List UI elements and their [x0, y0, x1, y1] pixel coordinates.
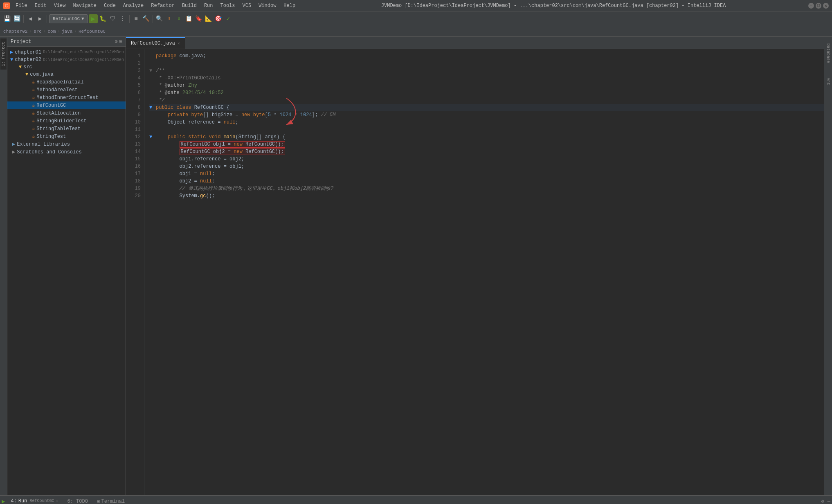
- update-button[interactable]: ⬇: [175, 14, 184, 23]
- search-button[interactable]: 🔍: [155, 14, 164, 23]
- menu-run[interactable]: Run: [201, 2, 216, 9]
- tree-item-methodinner[interactable]: ☕ MethodInnerStructTest: [7, 94, 126, 101]
- back-button[interactable]: ◀: [26, 14, 35, 23]
- more-run-button[interactable]: ⋮: [118, 14, 127, 23]
- vcs-button[interactable]: ⬆: [165, 14, 174, 23]
- breadcrumb-chapter02[interactable]: chapter02: [3, 29, 27, 34]
- menu-build[interactable]: Build: [179, 2, 200, 9]
- editor-tab-refcountgc[interactable]: RefCountGC.java ✕: [126, 37, 185, 49]
- menu-view[interactable]: View: [51, 2, 69, 9]
- menu-code[interactable]: Code: [101, 2, 119, 9]
- code-line-5: * @author Zhy: [149, 82, 824, 89]
- maximize-button[interactable]: □: [816, 3, 821, 9]
- tree-item-chapter02[interactable]: ▼ chapter02 D:\IdeaProject\IdeaProject\J…: [7, 56, 126, 63]
- code-line-6: * @date 2021/5/4 10:52: [149, 89, 824, 97]
- stop-button[interactable]: ■: [132, 14, 141, 23]
- menu-edit[interactable]: Edit: [31, 2, 50, 9]
- minimize-button[interactable]: ─: [808, 3, 814, 9]
- java-icon-heapspace: ☕: [32, 79, 35, 85]
- tree-item-chapter01[interactable]: ▶ chapter01 D:\IdeaProject\IdeaProject\J…: [7, 48, 126, 56]
- ant-tab[interactable]: Ant: [825, 74, 831, 88]
- menu-tools[interactable]: Tools: [217, 2, 238, 9]
- terminal-icon: ▣: [97, 499, 100, 504]
- menu-file[interactable]: File: [12, 2, 31, 9]
- code-editor[interactable]: 1 2 3 4 5 6 7 8 9 10 11 12 13 14 15 16 1…: [126, 49, 824, 495]
- expand-icon[interactable]: ⊞: [119, 38, 122, 45]
- code-line-2: [149, 60, 824, 67]
- tree-item-stackalloc[interactable]: ☕ StackAllocation: [7, 109, 126, 117]
- terminal-tab[interactable]: ▣ Terminal: [93, 496, 129, 504]
- folder-icon-comjava: ▼: [25, 72, 28, 77]
- fold-arrow-1[interactable]: [149, 52, 156, 60]
- java-icon-stringtest: ☕: [32, 133, 35, 140]
- tree-label-chapter01: chapter01: [15, 50, 41, 55]
- tab-close-icon[interactable]: ✕: [178, 41, 180, 46]
- bookmark-button[interactable]: 🔖: [194, 14, 203, 23]
- tree-item-stringtable[interactable]: ☕ StringTableTest: [7, 125, 126, 133]
- tree-item-methodarea[interactable]: ☕ MethodAreaTest: [7, 86, 126, 94]
- tree-label-src: src: [23, 64, 124, 70]
- tree-item-heapspace[interactable]: ☕ HeapSpaceInitial: [7, 78, 126, 86]
- success-button[interactable]: ✓: [224, 14, 233, 23]
- breadcrumb-src[interactable]: src: [34, 29, 42, 34]
- tree-label-scratches: Scratches and Consoles: [17, 149, 124, 155]
- target-button[interactable]: 🎯: [214, 14, 223, 23]
- main-layout: 1: Project Project ⚙ ⊞ ▶ chapter01 D:\Id…: [0, 37, 832, 495]
- forward-button[interactable]: ▶: [36, 14, 45, 23]
- run-config-dropdown[interactable]: RefCountGC ▼: [49, 14, 88, 23]
- tree-item-extlibs[interactable]: ▶ External Libraries: [7, 140, 126, 148]
- breadcrumb-java[interactable]: java: [62, 29, 72, 34]
- run-tab[interactable]: 4: Run RefCountGC ✕: [7, 496, 62, 504]
- line-num-12: 12: [126, 133, 144, 141]
- menu-vcs[interactable]: VCS: [239, 2, 255, 9]
- fold-arrow-3[interactable]: ▼: [149, 67, 156, 74]
- todo-tab[interactable]: 6: TODO: [63, 496, 92, 504]
- line-numbers: 1 2 3 4 5 6 7 8 9 10 11 12 13 14 15 16 1…: [126, 49, 144, 495]
- debug-button[interactable]: 🐛: [99, 14, 108, 23]
- bottom-minimize-icon[interactable]: ─: [828, 499, 830, 504]
- fold-arrow-12[interactable]: ▼: [149, 133, 156, 141]
- menu-bar: File Edit View Navigate Code Analyze Ref…: [12, 2, 299, 9]
- tree-item-stringbuilder[interactable]: ☕ StringBuilderTest: [7, 117, 126, 125]
- run-tab-close[interactable]: ✕: [56, 499, 58, 504]
- gear-icon[interactable]: ⚙: [115, 38, 118, 45]
- code-line-15: obj1.reference = obj2;: [149, 155, 824, 163]
- code-line-16: obj2.reference = obj1;: [149, 163, 824, 170]
- menu-navigate[interactable]: Navigate: [70, 2, 100, 9]
- save-all-button[interactable]: 💾: [2, 14, 11, 23]
- synchronize-button[interactable]: 🔄: [12, 14, 21, 23]
- build-button[interactable]: 🔨: [142, 14, 151, 23]
- database-tab[interactable]: Database: [825, 40, 831, 66]
- breadcrumb-file[interactable]: RefCountGC: [79, 29, 106, 34]
- menu-refactor[interactable]: Refactor: [148, 2, 178, 9]
- tree-label-heapspace: HeapSpaceInitial: [36, 79, 124, 85]
- java-icon-stackalloc: ☕: [32, 110, 35, 116]
- close-button[interactable]: ✕: [823, 3, 829, 9]
- bottom-gear-icon[interactable]: ⚙: [821, 498, 824, 504]
- tree-item-src[interactable]: ▼ src: [7, 63, 126, 71]
- history-button[interactable]: 📋: [184, 14, 193, 23]
- java-icon-stringbuilder: ☕: [32, 118, 35, 124]
- breadcrumb-com[interactable]: com: [47, 29, 56, 34]
- app-icon: ⬡: [3, 2, 10, 9]
- menu-analyze[interactable]: Analyze: [120, 2, 147, 9]
- tree-item-refcountgc[interactable]: ☕ RefCountGC: [7, 101, 126, 109]
- code-line-17: obj1 = null;: [149, 170, 824, 178]
- tree-label-comjava: com.java: [30, 72, 124, 77]
- code-content[interactable]: package com.java; ▼ /** * -XX:+PrintGCDe…: [144, 49, 824, 495]
- title-text: JVMDemo [D:\IdeaProject\IdeaProject\JVMD…: [299, 3, 808, 9]
- tree-item-comjava[interactable]: ▼ com.java: [7, 71, 126, 78]
- project-tab[interactable]: 1: Project: [0, 38, 7, 70]
- editor-area: RefCountGC.java ✕ 1 2 3 4 5 6 7 8 9 10 1…: [126, 37, 824, 495]
- menu-window[interactable]: Window: [255, 2, 279, 9]
- run-button[interactable]: ▶: [89, 14, 98, 23]
- tree-item-scratches[interactable]: ▶ Scratches and Consoles: [7, 148, 126, 156]
- fold-arrow-8[interactable]: ▼: [149, 104, 156, 111]
- line-num-13: 13: [126, 141, 144, 148]
- tree-label-extlibs: External Libraries: [17, 142, 124, 147]
- tree-item-stringtest[interactable]: ☕ StringTest: [7, 133, 126, 140]
- structure-button[interactable]: 📐: [204, 14, 213, 23]
- menu-help[interactable]: Help: [280, 2, 299, 9]
- line-num-18: 18: [126, 178, 144, 185]
- run-coverage-button[interactable]: 🛡: [108, 14, 117, 23]
